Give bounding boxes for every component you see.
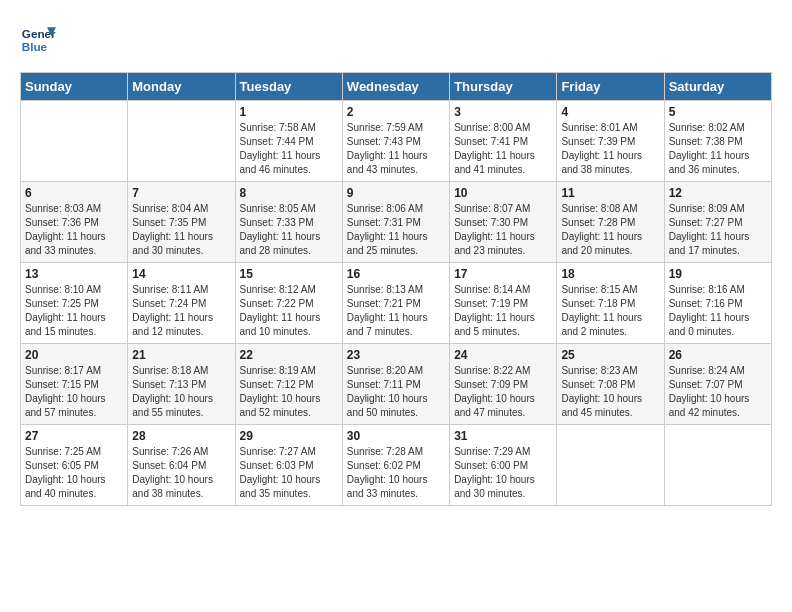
calendar-cell: 16Sunrise: 8:13 AM Sunset: 7:21 PM Dayli…: [342, 263, 449, 344]
calendar-cell: 21Sunrise: 8:18 AM Sunset: 7:13 PM Dayli…: [128, 344, 235, 425]
calendar-cell: 1Sunrise: 7:58 AM Sunset: 7:44 PM Daylig…: [235, 101, 342, 182]
day-number: 1: [240, 105, 338, 119]
calendar-cell: 25Sunrise: 8:23 AM Sunset: 7:08 PM Dayli…: [557, 344, 664, 425]
calendar-cell: 6Sunrise: 8:03 AM Sunset: 7:36 PM Daylig…: [21, 182, 128, 263]
calendar-cell: 14Sunrise: 8:11 AM Sunset: 7:24 PM Dayli…: [128, 263, 235, 344]
day-info: Sunrise: 8:03 AM Sunset: 7:36 PM Dayligh…: [25, 202, 123, 258]
calendar-cell: 10Sunrise: 8:07 AM Sunset: 7:30 PM Dayli…: [450, 182, 557, 263]
calendar-cell: 26Sunrise: 8:24 AM Sunset: 7:07 PM Dayli…: [664, 344, 771, 425]
calendar-cell: 15Sunrise: 8:12 AM Sunset: 7:22 PM Dayli…: [235, 263, 342, 344]
day-number: 24: [454, 348, 552, 362]
day-number: 6: [25, 186, 123, 200]
day-info: Sunrise: 8:11 AM Sunset: 7:24 PM Dayligh…: [132, 283, 230, 339]
day-info: Sunrise: 8:22 AM Sunset: 7:09 PM Dayligh…: [454, 364, 552, 420]
day-info: Sunrise: 8:04 AM Sunset: 7:35 PM Dayligh…: [132, 202, 230, 258]
day-info: Sunrise: 8:00 AM Sunset: 7:41 PM Dayligh…: [454, 121, 552, 177]
calendar-cell: 22Sunrise: 8:19 AM Sunset: 7:12 PM Dayli…: [235, 344, 342, 425]
calendar-cell: 2Sunrise: 7:59 AM Sunset: 7:43 PM Daylig…: [342, 101, 449, 182]
day-info: Sunrise: 8:12 AM Sunset: 7:22 PM Dayligh…: [240, 283, 338, 339]
col-header-sunday: Sunday: [21, 73, 128, 101]
day-info: Sunrise: 8:18 AM Sunset: 7:13 PM Dayligh…: [132, 364, 230, 420]
day-number: 31: [454, 429, 552, 443]
day-number: 28: [132, 429, 230, 443]
day-number: 20: [25, 348, 123, 362]
day-number: 10: [454, 186, 552, 200]
day-info: Sunrise: 8:17 AM Sunset: 7:15 PM Dayligh…: [25, 364, 123, 420]
calendar-cell: 20Sunrise: 8:17 AM Sunset: 7:15 PM Dayli…: [21, 344, 128, 425]
day-number: 8: [240, 186, 338, 200]
calendar-cell: 30Sunrise: 7:28 AM Sunset: 6:02 PM Dayli…: [342, 425, 449, 506]
col-header-friday: Friday: [557, 73, 664, 101]
day-info: Sunrise: 8:05 AM Sunset: 7:33 PM Dayligh…: [240, 202, 338, 258]
day-number: 15: [240, 267, 338, 281]
day-number: 27: [25, 429, 123, 443]
calendar-cell: 4Sunrise: 8:01 AM Sunset: 7:39 PM Daylig…: [557, 101, 664, 182]
calendar-cell: 9Sunrise: 8:06 AM Sunset: 7:31 PM Daylig…: [342, 182, 449, 263]
day-info: Sunrise: 8:10 AM Sunset: 7:25 PM Dayligh…: [25, 283, 123, 339]
calendar-cell: [557, 425, 664, 506]
calendar-cell: 28Sunrise: 7:26 AM Sunset: 6:04 PM Dayli…: [128, 425, 235, 506]
calendar-cell: 29Sunrise: 7:27 AM Sunset: 6:03 PM Dayli…: [235, 425, 342, 506]
day-number: 14: [132, 267, 230, 281]
col-header-tuesday: Tuesday: [235, 73, 342, 101]
calendar-table: SundayMondayTuesdayWednesdayThursdayFrid…: [20, 72, 772, 506]
week-row: 6Sunrise: 8:03 AM Sunset: 7:36 PM Daylig…: [21, 182, 772, 263]
day-info: Sunrise: 8:13 AM Sunset: 7:21 PM Dayligh…: [347, 283, 445, 339]
day-info: Sunrise: 7:58 AM Sunset: 7:44 PM Dayligh…: [240, 121, 338, 177]
day-info: Sunrise: 8:20 AM Sunset: 7:11 PM Dayligh…: [347, 364, 445, 420]
day-info: Sunrise: 7:59 AM Sunset: 7:43 PM Dayligh…: [347, 121, 445, 177]
calendar-cell: 31Sunrise: 7:29 AM Sunset: 6:00 PM Dayli…: [450, 425, 557, 506]
day-number: 23: [347, 348, 445, 362]
day-info: Sunrise: 7:25 AM Sunset: 6:05 PM Dayligh…: [25, 445, 123, 501]
day-number: 22: [240, 348, 338, 362]
calendar-cell: 8Sunrise: 8:05 AM Sunset: 7:33 PM Daylig…: [235, 182, 342, 263]
day-number: 7: [132, 186, 230, 200]
calendar-cell: 24Sunrise: 8:22 AM Sunset: 7:09 PM Dayli…: [450, 344, 557, 425]
day-number: 26: [669, 348, 767, 362]
day-number: 30: [347, 429, 445, 443]
day-info: Sunrise: 8:02 AM Sunset: 7:38 PM Dayligh…: [669, 121, 767, 177]
day-info: Sunrise: 8:23 AM Sunset: 7:08 PM Dayligh…: [561, 364, 659, 420]
calendar-cell: [664, 425, 771, 506]
week-row: 20Sunrise: 8:17 AM Sunset: 7:15 PM Dayli…: [21, 344, 772, 425]
calendar-cell: 12Sunrise: 8:09 AM Sunset: 7:27 PM Dayli…: [664, 182, 771, 263]
day-number: 5: [669, 105, 767, 119]
day-number: 18: [561, 267, 659, 281]
calendar-cell: 11Sunrise: 8:08 AM Sunset: 7:28 PM Dayli…: [557, 182, 664, 263]
logo-icon: General Blue: [20, 20, 56, 56]
calendar-cell: 17Sunrise: 8:14 AM Sunset: 7:19 PM Dayli…: [450, 263, 557, 344]
calendar-cell: 5Sunrise: 8:02 AM Sunset: 7:38 PM Daylig…: [664, 101, 771, 182]
day-info: Sunrise: 8:07 AM Sunset: 7:30 PM Dayligh…: [454, 202, 552, 258]
week-row: 27Sunrise: 7:25 AM Sunset: 6:05 PM Dayli…: [21, 425, 772, 506]
calendar-cell: 13Sunrise: 8:10 AM Sunset: 7:25 PM Dayli…: [21, 263, 128, 344]
day-number: 17: [454, 267, 552, 281]
day-number: 13: [25, 267, 123, 281]
day-number: 4: [561, 105, 659, 119]
svg-text:Blue: Blue: [22, 40, 48, 53]
day-info: Sunrise: 8:16 AM Sunset: 7:16 PM Dayligh…: [669, 283, 767, 339]
day-number: 12: [669, 186, 767, 200]
col-header-monday: Monday: [128, 73, 235, 101]
week-row: 13Sunrise: 8:10 AM Sunset: 7:25 PM Dayli…: [21, 263, 772, 344]
day-info: Sunrise: 8:08 AM Sunset: 7:28 PM Dayligh…: [561, 202, 659, 258]
col-header-saturday: Saturday: [664, 73, 771, 101]
day-number: 29: [240, 429, 338, 443]
calendar-cell: 19Sunrise: 8:16 AM Sunset: 7:16 PM Dayli…: [664, 263, 771, 344]
calendar-cell: 7Sunrise: 8:04 AM Sunset: 7:35 PM Daylig…: [128, 182, 235, 263]
day-info: Sunrise: 8:06 AM Sunset: 7:31 PM Dayligh…: [347, 202, 445, 258]
calendar-cell: 18Sunrise: 8:15 AM Sunset: 7:18 PM Dayli…: [557, 263, 664, 344]
logo: General Blue: [20, 20, 56, 56]
day-info: Sunrise: 7:29 AM Sunset: 6:00 PM Dayligh…: [454, 445, 552, 501]
day-info: Sunrise: 7:26 AM Sunset: 6:04 PM Dayligh…: [132, 445, 230, 501]
day-info: Sunrise: 8:09 AM Sunset: 7:27 PM Dayligh…: [669, 202, 767, 258]
day-number: 16: [347, 267, 445, 281]
day-info: Sunrise: 8:24 AM Sunset: 7:07 PM Dayligh…: [669, 364, 767, 420]
day-info: Sunrise: 8:15 AM Sunset: 7:18 PM Dayligh…: [561, 283, 659, 339]
day-number: 3: [454, 105, 552, 119]
day-number: 21: [132, 348, 230, 362]
day-number: 25: [561, 348, 659, 362]
day-number: 19: [669, 267, 767, 281]
week-row: 1Sunrise: 7:58 AM Sunset: 7:44 PM Daylig…: [21, 101, 772, 182]
day-info: Sunrise: 8:14 AM Sunset: 7:19 PM Dayligh…: [454, 283, 552, 339]
calendar-cell: [21, 101, 128, 182]
